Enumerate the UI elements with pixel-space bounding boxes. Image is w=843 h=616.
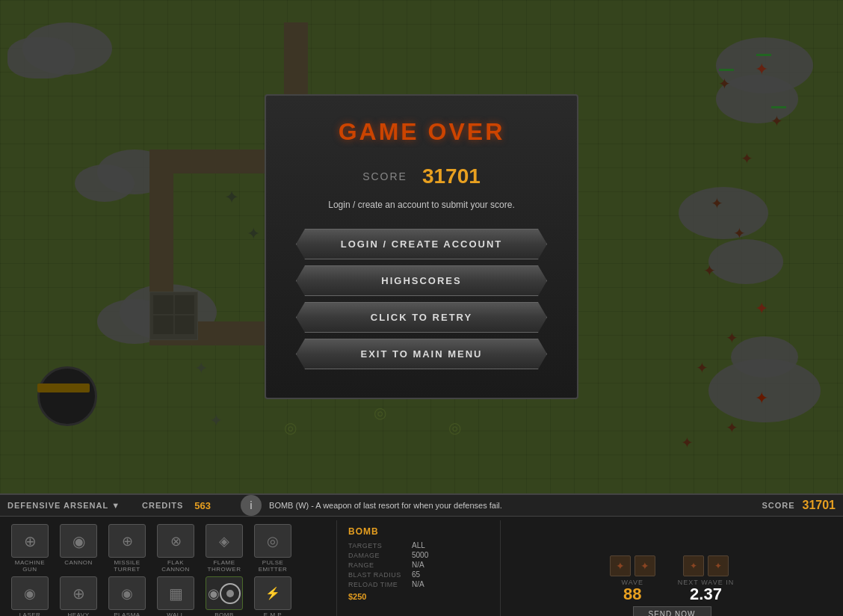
range-label: RANGE — [348, 561, 408, 569]
highscores-button[interactable]: HIGHSCORES — [296, 265, 547, 296]
stat-row-blast: BLAST RADIUS 65 — [348, 570, 489, 579]
weapon-slot-missile-turret[interactable]: MISSILETURRET — [105, 524, 149, 573]
blast-label: BLAST RADIUS — [348, 571, 408, 579]
targets-label: TARGETS — [348, 542, 408, 549]
weapon-slots: MACHINEGUN CANNON MISSILETURRET FLAKCANN… — [0, 520, 336, 616]
game-over-panel: GAME OVER SCORE 31701 Login / create an … — [265, 94, 578, 399]
targets-value: ALL — [412, 541, 425, 549]
weapon-icon-missile — [108, 524, 146, 558]
weapon-stats-panel: BOMB TARGETS ALL DAMAGE 5000 RANGE N/A B… — [336, 520, 501, 616]
credits-value: 563 — [194, 500, 211, 511]
weapon-icon-machine-gun — [11, 524, 49, 558]
weapon-icon-flak — [157, 524, 194, 558]
weapon-icon-flame — [206, 524, 243, 558]
weapon-slot-emp[interactable]: E.M.P — [250, 576, 295, 616]
reload-label: RELOAD TIME — [348, 581, 408, 588]
blast-value: 65 — [412, 570, 420, 579]
game-over-overlay: GAME OVER SCORE 31701 Login / create an … — [0, 0, 843, 493]
weapon-slot-bomb[interactable]: BOMB — [202, 576, 247, 616]
next-wave-value: 2.37 — [690, 586, 722, 603]
weapon-slot-pulse-emitter[interactable]: PULSEEMITTER — [250, 524, 295, 573]
weapon-label-bomb: BOMB — [214, 612, 234, 616]
wave-enemy-icons: ✦ ✦ — [610, 555, 655, 576]
score-value: 31701 — [422, 164, 481, 188]
weapon-slot-wall-block[interactable]: WALLBLOCK — [153, 576, 198, 616]
weapon-slot-plasma-cannon[interactable]: PLASMACANNON — [105, 576, 149, 616]
wave-panel: ✦ ✦ WAVE 88 ✦ ✦ — [501, 520, 843, 616]
stat-row-reload: RELOAD TIME N/A — [348, 580, 489, 588]
wave-section: ✦ ✦ WAVE 88 — [610, 555, 655, 603]
score-label: SCORE — [362, 170, 407, 182]
arsenal-label: DEFENSIVE ARSENAL — [7, 501, 108, 510]
weapon-label-heavy: HEAVYCANNON — [64, 612, 93, 616]
weapon-label-cannon: CANNON — [64, 559, 93, 566]
weapon-icon-plasma — [108, 576, 146, 610]
weapon-label-machine-gun: MACHINEGUN — [15, 559, 45, 573]
hud-top-bar: DEFENSIVE ARSENAL ▼ CREDITS 563 i BOMB (… — [0, 495, 843, 517]
weapon-slot-heavy-cannon[interactable]: HEAVYCANNON — [56, 576, 101, 616]
hud: DEFENSIVE ARSENAL ▼ CREDITS 563 i BOMB (… — [0, 493, 843, 616]
credits-label: CREDITS — [142, 501, 183, 510]
weapon-label-wall: WALLBLOCK — [164, 612, 187, 616]
stat-row-targets: TARGETS ALL — [348, 541, 489, 549]
weapon-icon-emp — [254, 576, 291, 610]
weapon-label-plasma: PLASMACANNON — [113, 612, 141, 616]
weapon-label-flame: FLAMETHROWER — [208, 559, 241, 573]
weapon-icon-laser — [11, 576, 49, 610]
next-wave-enemy-icons: ✦ ✦ — [683, 555, 729, 576]
weapon-label-emp: E.M.P — [264, 612, 282, 616]
hud-bottom: MACHINEGUN CANNON MISSILETURRET FLAKCANN… — [0, 517, 843, 616]
weapon-cost: $250 — [348, 592, 489, 601]
game-over-title: GAME OVER — [339, 118, 505, 146]
weapon-slot-flak-cannon[interactable]: FLAKCANNON — [153, 524, 198, 573]
score-section: SCORE 31701 — [296, 164, 547, 188]
weapon-slot-laser-cannon[interactable]: LASERCANNON — [7, 576, 52, 616]
weapon-label-pulse: PULSEEMITTER — [259, 559, 288, 573]
hud-score-value: 31701 — [803, 499, 836, 512]
wave-numbers: ✦ ✦ WAVE 88 ✦ ✦ — [610, 555, 734, 603]
hud-score-section: SCORE 31701 — [762, 499, 836, 512]
weapon-slot-machine-gun[interactable]: MACHINEGUN — [7, 524, 52, 573]
damage-value: 5000 — [412, 551, 428, 559]
weapon-slot-flame-thrower[interactable]: FLAMETHROWER — [202, 524, 247, 573]
damage-label: DAMAGE — [348, 552, 408, 559]
info-icon: i — [241, 495, 262, 516]
wave-value: 88 — [623, 586, 641, 603]
exit-main-menu-button[interactable]: EXIT TO MAIN MENU — [296, 339, 547, 369]
next-wave-section: ✦ ✦ NEXT WAVE IN 2.37 — [678, 555, 734, 603]
weapon-description: BOMB (W) - A weapon of last resort for w… — [269, 501, 762, 510]
weapon-icon-cannon — [60, 524, 97, 558]
reload-value: N/A — [412, 580, 424, 588]
send-now-button[interactable]: SEND NOW — [633, 606, 711, 617]
submit-hint: Login / create an account to submit your… — [328, 200, 514, 210]
stat-row-range: RANGE N/A — [348, 561, 489, 569]
weapon-stat-name: BOMB — [348, 526, 489, 537]
weapon-label-missile: MISSILETURRET — [114, 559, 140, 573]
stat-row-damage: DAMAGE 5000 — [348, 551, 489, 559]
weapon-icon-bomb — [206, 576, 243, 610]
range-value: N/A — [412, 561, 424, 569]
weapon-label-laser: LASERCANNON — [16, 612, 44, 616]
arsenal-dropdown-arrow[interactable]: ▼ — [111, 501, 120, 510]
hud-score-label: SCORE — [762, 501, 794, 510]
weapon-slot-cannon[interactable]: CANNON — [56, 524, 101, 566]
weapon-icon-heavy — [60, 576, 97, 610]
login-create-button[interactable]: LOGIN / CREATE ACCOUNT — [296, 229, 547, 259]
weapon-icon-wall — [157, 576, 194, 610]
retry-button[interactable]: CLICK TO RETRY — [296, 302, 547, 333]
weapon-icon-pulse — [254, 524, 291, 558]
weapon-label-flak: FLAKCANNON — [161, 559, 190, 573]
